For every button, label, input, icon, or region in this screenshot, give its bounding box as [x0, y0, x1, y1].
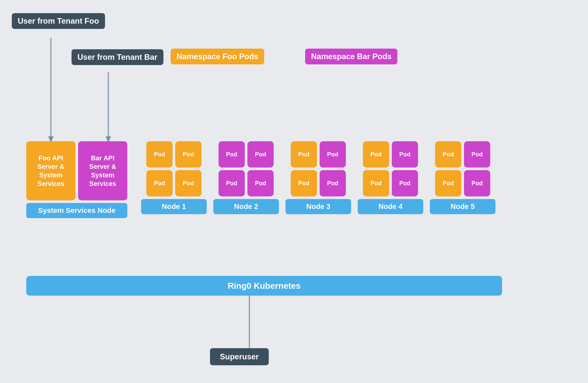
node5-pod-4: Pod — [464, 170, 490, 196]
node4-pod-1: Pod — [363, 141, 389, 168]
user-foo-label: User from Tenant Foo — [12, 13, 105, 29]
node2-pod-1: Pod — [219, 141, 245, 168]
node1-pod-3: Pod — [146, 170, 173, 196]
node5-pod-2: Pod — [464, 141, 490, 168]
namespace-bar-label: Namespace Bar Pods — [305, 49, 397, 64]
namespace-foo-label: Namespace Foo Pods — [171, 49, 264, 64]
ring0-bar: Ring0 Kubernetes — [26, 276, 502, 296]
node1-container: Pod Pod Pod Pod Node 1 — [141, 141, 207, 214]
node5-label: Node 5 — [430, 199, 495, 214]
node5-container: Pod Pod Pod Pod Node 5 — [430, 141, 495, 214]
node4-container: Pod Pod Pod Pod Node 4 — [358, 141, 423, 214]
node3-pod-2: Pod — [320, 141, 346, 168]
node1-pod-grid: Pod Pod Pod Pod — [146, 141, 201, 196]
node5-pod-3: Pod — [435, 170, 461, 196]
node1-pod-1: Pod — [146, 141, 173, 168]
node4-pod-grid: Pod Pod Pod Pod — [363, 141, 418, 196]
node5-pod-grid: Pod Pod Pod Pod — [435, 141, 490, 196]
system-services-node-label: System Services Node — [26, 203, 127, 218]
node3-pod-grid: Pod Pod Pod Pod — [291, 141, 346, 196]
node1-pod-2: Pod — [175, 141, 201, 168]
user-bar-label: User from Tenant Bar — [72, 49, 163, 65]
node3-pod-1: Pod — [291, 141, 317, 168]
api-row: Foo APIServer &SystemServices Bar APISer… — [26, 141, 127, 200]
diagram: User from Tenant Foo User from Tenant Ba… — [0, 0, 588, 383]
node5-pod-1: Pod — [435, 141, 461, 168]
node1-pod-4: Pod — [175, 170, 201, 196]
node2-container: Pod Pod Pod Pod Node 2 — [213, 141, 279, 214]
system-services-node: Foo APIServer &SystemServices Bar APISer… — [26, 141, 127, 218]
node2-pod-4: Pod — [247, 170, 274, 196]
node2-pod-3: Pod — [219, 170, 245, 196]
node2-pod-grid: Pod Pod Pod Pod — [219, 141, 274, 196]
node4-pod-3: Pod — [363, 170, 389, 196]
bar-api-box: Bar APIServer &SystemServices — [78, 141, 127, 200]
node3-container: Pod Pod Pod Pod Node 3 — [285, 141, 351, 214]
node3-pod-4: Pod — [320, 170, 346, 196]
node4-pod-2: Pod — [392, 141, 418, 168]
node2-label: Node 2 — [213, 199, 279, 214]
node3-pod-3: Pod — [291, 170, 317, 196]
foo-api-box: Foo APIServer &SystemServices — [26, 141, 75, 200]
node4-pod-4: Pod — [392, 170, 418, 196]
node1-label: Node 1 — [141, 199, 207, 214]
superuser-box: Superuser — [210, 348, 269, 365]
node3-label: Node 3 — [285, 199, 351, 214]
node4-label: Node 4 — [358, 199, 423, 214]
node2-pod-2: Pod — [247, 141, 274, 168]
